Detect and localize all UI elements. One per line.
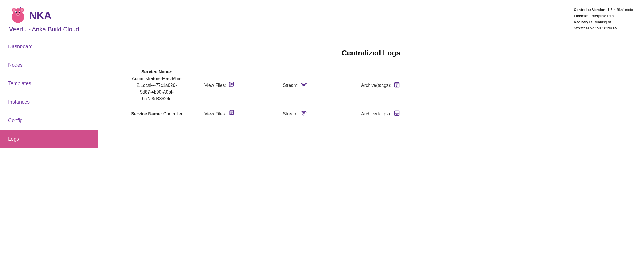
version-label: Controller Version: bbox=[574, 8, 606, 12]
archive-label-1: Archive(tar.gz): bbox=[361, 83, 391, 88]
svg-point-3 bbox=[13, 8, 15, 12]
view-files-action-1: View Files: bbox=[204, 82, 277, 89]
main-layout: Dashboard Nodes Templates Instances Conf… bbox=[0, 38, 644, 233]
registry-url-line: http://208.52.154.101:8089 bbox=[574, 25, 633, 31]
version-info-block: Controller Version: 1.5.4-86a1ebdc Licen… bbox=[574, 7, 633, 31]
anka-pig-icon bbox=[9, 7, 27, 25]
stream-icon-1[interactable] bbox=[301, 82, 307, 89]
log-entries: Service Name: Administrators-Mac-Mini- 2… bbox=[115, 69, 627, 118]
stream-icon-2[interactable] bbox=[301, 110, 307, 118]
view-files-icon-2[interactable] bbox=[228, 110, 234, 118]
archive-icon-1[interactable] bbox=[394, 82, 400, 89]
header: NKA Veertu - Anka Build Cloud Controller… bbox=[0, 0, 644, 38]
anka-logo: NKA bbox=[9, 7, 51, 25]
sidebar-item-instances[interactable]: Instances bbox=[0, 93, 98, 111]
log-entry-1: Service Name: Administrators-Mac-Mini- 2… bbox=[115, 69, 627, 102]
logo-area: NKA Veertu - Anka Build Cloud bbox=[9, 7, 79, 33]
service-name-value-1: Administrators-Mac-Mini- bbox=[115, 75, 199, 82]
registry-line: Registry is Running at bbox=[574, 19, 633, 25]
registry-status: Running bbox=[593, 20, 607, 24]
main-content: Centralized Logs Service Name: Administr… bbox=[98, 38, 644, 233]
brand-title: Veertu - Anka Build Cloud bbox=[9, 26, 79, 33]
archive-icon-2[interactable] bbox=[394, 110, 400, 118]
version-line: Controller Version: 1.5.4-86a1ebdc bbox=[574, 7, 633, 13]
svg-point-5 bbox=[21, 8, 23, 12]
license-value: Enterprise Plus bbox=[589, 14, 614, 18]
svg-rect-27 bbox=[230, 110, 233, 115]
svg-point-11 bbox=[18, 14, 19, 15]
sidebar-item-logs[interactable]: Logs bbox=[0, 130, 98, 148]
stream-action-1: Stream: bbox=[283, 82, 356, 89]
service-name-value-1d: 0c7a8d88624e bbox=[115, 95, 199, 102]
anka-brand-text: NKA bbox=[29, 10, 51, 22]
license-label: License: bbox=[574, 14, 589, 18]
log-entry-2: Service Name: Controller View Files: bbox=[115, 110, 627, 118]
archive-label-2: Archive(tar.gz): bbox=[361, 111, 391, 116]
view-files-label-1: View Files: bbox=[204, 83, 226, 88]
svg-point-21 bbox=[303, 86, 304, 87]
archive-action-1: Archive(tar.gz): bbox=[361, 82, 627, 89]
view-files-action-2: View Files: bbox=[204, 110, 277, 118]
sidebar-item-nodes[interactable]: Nodes bbox=[0, 56, 98, 74]
svg-point-10 bbox=[17, 14, 18, 15]
stream-action-2: Stream: bbox=[283, 110, 356, 118]
service-name-value-1c: 5d87-4b90-A0bf- bbox=[115, 89, 199, 95]
sidebar-item-config[interactable]: Config bbox=[0, 111, 98, 130]
service-name-value-1b: 2.Local---77c1a026- bbox=[115, 82, 199, 89]
svg-rect-17 bbox=[230, 82, 233, 86]
sidebar-item-templates[interactable]: Templates bbox=[0, 74, 98, 93]
registry-url: http://208.52.154.101:8089 bbox=[574, 26, 617, 30]
registry-at: at bbox=[608, 20, 611, 24]
registry-label: Registry is bbox=[574, 20, 592, 24]
archive-action-2: Archive(tar.gz): bbox=[361, 110, 627, 118]
sidebar: Dashboard Nodes Templates Instances Conf… bbox=[0, 38, 98, 233]
svg-rect-35 bbox=[396, 113, 398, 113]
svg-point-15 bbox=[19, 12, 20, 13]
svg-point-8 bbox=[17, 12, 17, 12]
stream-label-1: Stream: bbox=[283, 83, 298, 88]
service-name-2: Service Name: Controller bbox=[115, 111, 199, 117]
page-title: Centralized Logs bbox=[115, 49, 627, 57]
service-name-value-2: Controller bbox=[163, 111, 183, 116]
svg-point-31 bbox=[303, 115, 304, 116]
svg-rect-25 bbox=[396, 84, 398, 85]
svg-point-9 bbox=[16, 13, 20, 16]
service-name-label-2: Service Name: bbox=[131, 111, 162, 116]
sidebar-item-dashboard[interactable]: Dashboard bbox=[0, 38, 98, 56]
view-files-icon-1[interactable] bbox=[228, 82, 234, 89]
service-name-1: Service Name: Administrators-Mac-Mini- 2… bbox=[115, 69, 199, 102]
stream-label-2: Stream: bbox=[283, 111, 298, 116]
service-name-label-1: Service Name: bbox=[141, 69, 172, 74]
version-value: 1.5.4-86a1ebdc bbox=[608, 8, 633, 12]
license-line: License: Enterprise Plus bbox=[574, 13, 633, 19]
view-files-label-2: View Files: bbox=[204, 111, 226, 116]
